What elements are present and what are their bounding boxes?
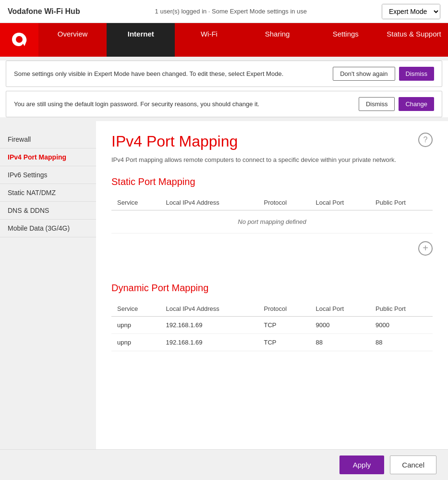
add-static-mapping-button[interactable]: +: [418, 241, 433, 256]
section-divider: [111, 271, 433, 283]
sidebar-item-ipv6-settings[interactable]: IPv6 Settings: [0, 166, 96, 184]
dynamic-table-header-row: Service Local IPv4 Address Protocol Loca…: [111, 301, 433, 317]
dynamic-table-row: upnp 192.168.1.69 TCP 88 88: [111, 333, 433, 351]
dynamic-col-local-port: Local Port: [310, 301, 370, 317]
footer-bar: Apply Cancel: [0, 449, 448, 480]
sidebar-item-ipv4-port-mapping[interactable]: IPv4 Port Mapping: [0, 148, 96, 166]
dynamic-row-public-port: 9000: [370, 316, 433, 333]
nav-settings[interactable]: Settings: [312, 23, 380, 57]
static-col-service: Service: [111, 195, 160, 210]
expert-mode-banner-text: Some settings only visible in Expert Mod…: [14, 70, 333, 77]
dynamic-col-service: Service: [111, 301, 160, 317]
sidebar-item-mobile-data[interactable]: Mobile Data (3G/4G): [0, 220, 96, 237]
dont-show-again-button[interactable]: Don't show again: [333, 67, 395, 81]
dynamic-row-protocol: TCP: [258, 333, 310, 351]
mode-selector[interactable]: Expert Mode Basic Mode: [382, 4, 440, 19]
dynamic-row-local-ip: 192.168.1.69: [160, 316, 258, 333]
dynamic-row-protocol: TCP: [258, 316, 310, 333]
sidebar-item-firewall[interactable]: Firewall: [0, 131, 96, 148]
dynamic-port-table: Service Local IPv4 Address Protocol Loca…: [111, 301, 433, 351]
sidebar-item-static-nat-dmz[interactable]: Static NAT/DMZ: [0, 184, 96, 202]
sidebar: Firewall IPv4 Port Mapping IPv6 Settings…: [0, 121, 96, 457]
status-text: 1 user(s) logged in · Some Expert Mode s…: [80, 8, 382, 15]
dynamic-row-local-port: 9000: [310, 316, 370, 333]
dynamic-table-row: upnp 192.168.1.69 TCP 9000 9000: [111, 316, 433, 333]
change-password-button[interactable]: Change: [399, 97, 434, 111]
dynamic-col-local-ip: Local IPv4 Address: [160, 301, 258, 317]
static-table-header-row: Service Local IPv4 Address Protocol Loca…: [111, 195, 433, 210]
main-nav: Overview Internet Wi-Fi Sharing Settings…: [38, 23, 448, 57]
password-banner-text: You are still using the default login pa…: [14, 100, 359, 108]
svg-point-1: [16, 36, 23, 43]
dynamic-row-service: upnp: [111, 333, 160, 351]
nav-wifi[interactable]: Wi-Fi: [175, 23, 243, 57]
dynamic-row-local-port: 88: [310, 333, 370, 351]
password-banner: You are still using the default login pa…: [6, 91, 442, 117]
static-section-title: Static Port Mapping: [111, 176, 433, 187]
dynamic-row-public-port: 88: [370, 333, 433, 351]
content-area: IPv4 Port Mapping ? IPv4 Port mapping al…: [96, 121, 448, 457]
apply-button[interactable]: Apply: [339, 455, 385, 474]
dynamic-row-service: upnp: [111, 316, 160, 333]
app-title: Vodafone Wi-Fi Hub: [8, 7, 80, 16]
nav-internet[interactable]: Internet: [107, 23, 175, 57]
main-layout: Firewall IPv4 Port Mapping IPv6 Settings…: [0, 121, 448, 457]
static-col-local-ip: Local IPv4 Address: [160, 195, 258, 210]
page-description: IPv4 Port mapping allows remote computer…: [111, 155, 433, 165]
help-icon[interactable]: ?: [418, 133, 433, 147]
nav-sharing[interactable]: Sharing: [243, 23, 312, 57]
password-banner-actions: Dismiss Change: [359, 97, 434, 111]
static-empty-message: No port mapping defined: [111, 210, 433, 233]
expert-mode-banner-actions: Don't show again Dismiss: [333, 67, 434, 81]
dismiss-password-button[interactable]: Dismiss: [359, 97, 395, 111]
expert-mode-banner: Some settings only visible in Expert Mod…: [6, 61, 442, 87]
notifications-area: Some settings only visible in Expert Mod…: [0, 61, 448, 117]
dynamic-row-local-ip: 192.168.1.69: [160, 333, 258, 351]
sidebar-item-dns-ddns[interactable]: DNS & DDNS: [0, 202, 96, 220]
static-empty-row: No port mapping defined: [111, 210, 433, 233]
page-title: IPv4 Port Mapping: [111, 133, 238, 150]
nav-overview[interactable]: Overview: [38, 23, 107, 57]
nav-status-support[interactable]: Status & Support: [380, 23, 448, 57]
dynamic-col-protocol: Protocol: [258, 301, 310, 317]
static-col-public-port: Public Port: [370, 195, 433, 210]
vodafone-logo: [0, 23, 38, 57]
static-port-table: Service Local IPv4 Address Protocol Loca…: [111, 195, 433, 234]
page-title-row: IPv4 Port Mapping ?: [111, 133, 433, 155]
mode-select-input[interactable]: Expert Mode Basic Mode: [382, 4, 440, 19]
top-bar: Vodafone Wi-Fi Hub 1 user(s) logged in ·…: [0, 0, 448, 23]
dynamic-section-title: Dynamic Port Mapping: [111, 283, 433, 294]
static-col-protocol: Protocol: [258, 195, 310, 210]
static-col-local-port: Local Port: [310, 195, 370, 210]
header: Overview Internet Wi-Fi Sharing Settings…: [0, 23, 448, 57]
cancel-button[interactable]: Cancel: [390, 455, 436, 474]
dynamic-col-public-port: Public Port: [370, 301, 433, 317]
dismiss-expert-mode-button[interactable]: Dismiss: [399, 67, 435, 81]
